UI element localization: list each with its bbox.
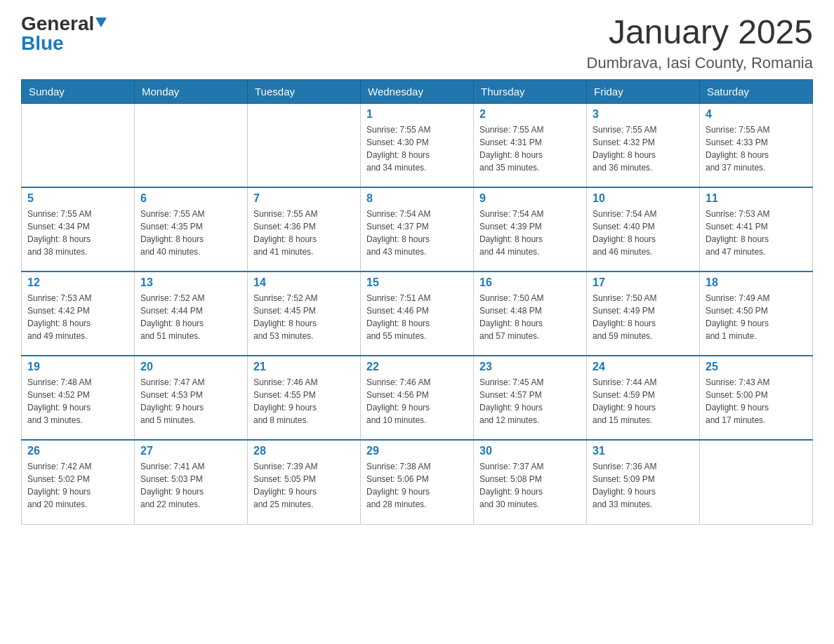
day-number: 24	[593, 361, 694, 373]
day-info: Sunrise: 7:37 AMSunset: 5:08 PMDaylight:…	[479, 460, 581, 511]
day-number: 31	[593, 445, 694, 457]
calendar-cell: 23Sunrise: 7:45 AMSunset: 4:57 PMDayligh…	[474, 356, 587, 440]
day-info: Sunrise: 7:48 AMSunset: 4:52 PMDaylight:…	[27, 376, 128, 427]
calendar-cell: 8Sunrise: 7:54 AMSunset: 4:37 PMDaylight…	[361, 187, 474, 271]
calendar-cell	[700, 440, 813, 524]
day-number: 20	[140, 361, 241, 373]
weekday-header-saturday: Saturday	[700, 79, 813, 103]
month-title: January 2025	[587, 14, 813, 51]
day-number: 14	[253, 276, 355, 289]
calendar-cell: 26Sunrise: 7:42 AMSunset: 5:02 PMDayligh…	[22, 440, 135, 524]
day-info: Sunrise: 7:55 AMSunset: 4:34 PMDaylight:…	[27, 208, 128, 258]
calendar-cell: 4Sunrise: 7:55 AMSunset: 4:33 PMDaylight…	[700, 103, 813, 187]
day-info: Sunrise: 7:55 AMSunset: 4:32 PMDaylight:…	[593, 123, 694, 174]
day-info: Sunrise: 7:50 AMSunset: 4:49 PMDaylight:…	[593, 292, 694, 342]
calendar-cell: 20Sunrise: 7:47 AMSunset: 4:53 PMDayligh…	[135, 356, 248, 440]
day-number: 17	[593, 276, 694, 289]
calendar-cell: 6Sunrise: 7:55 AMSunset: 4:35 PMDaylight…	[135, 187, 248, 271]
day-info: Sunrise: 7:54 AMSunset: 4:39 PMDaylight:…	[479, 208, 581, 258]
logo-triangle-icon	[95, 18, 107, 27]
calendar-week-row: 19Sunrise: 7:48 AMSunset: 4:52 PMDayligh…	[22, 356, 813, 440]
day-info: Sunrise: 7:53 AMSunset: 4:41 PMDaylight:…	[706, 208, 807, 258]
calendar-cell: 28Sunrise: 7:39 AMSunset: 5:05 PMDayligh…	[248, 440, 361, 524]
calendar-cell: 22Sunrise: 7:46 AMSunset: 4:56 PMDayligh…	[361, 356, 474, 440]
calendar-cell	[22, 103, 135, 187]
title-area: January 2025 Dumbrava, Iasi County, Roma…	[587, 14, 813, 72]
calendar-cell: 18Sunrise: 7:49 AMSunset: 4:50 PMDayligh…	[700, 271, 813, 356]
day-info: Sunrise: 7:55 AMSunset: 4:30 PMDaylight:…	[366, 123, 468, 174]
day-number: 25	[706, 361, 807, 373]
calendar-cell: 2Sunrise: 7:55 AMSunset: 4:31 PMDaylight…	[474, 103, 587, 187]
header: General Blue January 2025 Dumbrava, Iasi…	[21, 14, 813, 72]
day-info: Sunrise: 7:52 AMSunset: 4:45 PMDaylight:…	[253, 292, 355, 342]
day-info: Sunrise: 7:49 AMSunset: 4:50 PMDaylight:…	[706, 292, 807, 342]
weekday-header-row: SundayMondayTuesdayWednesdayThursdayFrid…	[22, 79, 813, 103]
day-number: 15	[366, 276, 468, 289]
day-number: 27	[140, 445, 241, 457]
day-info: Sunrise: 7:39 AMSunset: 5:05 PMDaylight:…	[253, 460, 355, 511]
day-info: Sunrise: 7:46 AMSunset: 4:56 PMDaylight:…	[366, 376, 468, 427]
logo-general-text: General	[21, 14, 94, 34]
calendar-cell: 13Sunrise: 7:52 AMSunset: 4:44 PMDayligh…	[135, 271, 248, 356]
calendar-cell: 19Sunrise: 7:48 AMSunset: 4:52 PMDayligh…	[22, 356, 135, 440]
day-number: 13	[140, 276, 241, 289]
calendar-table: SundayMondayTuesdayWednesdayThursdayFrid…	[21, 79, 813, 525]
calendar-cell: 7Sunrise: 7:55 AMSunset: 4:36 PMDaylight…	[248, 187, 361, 271]
day-info: Sunrise: 7:51 AMSunset: 4:46 PMDaylight:…	[366, 292, 468, 342]
day-number: 30	[479, 445, 581, 457]
calendar-week-row: 12Sunrise: 7:53 AMSunset: 4:42 PMDayligh…	[22, 271, 813, 356]
day-info: Sunrise: 7:52 AMSunset: 4:44 PMDaylight:…	[140, 292, 241, 342]
weekday-header-monday: Monday	[135, 79, 248, 103]
logo: General Blue	[21, 14, 107, 53]
calendar-week-row: 5Sunrise: 7:55 AMSunset: 4:34 PMDaylight…	[22, 187, 813, 271]
day-number: 19	[27, 361, 128, 373]
calendar-cell: 25Sunrise: 7:43 AMSunset: 5:00 PMDayligh…	[700, 356, 813, 440]
calendar-cell: 16Sunrise: 7:50 AMSunset: 4:48 PMDayligh…	[474, 271, 587, 356]
calendar-cell: 1Sunrise: 7:55 AMSunset: 4:30 PMDaylight…	[361, 103, 474, 187]
day-number: 26	[27, 445, 128, 457]
calendar-cell: 24Sunrise: 7:44 AMSunset: 4:59 PMDayligh…	[587, 356, 700, 440]
day-number: 21	[253, 361, 355, 373]
day-number: 10	[593, 192, 694, 205]
day-number: 7	[253, 192, 355, 205]
calendar-cell: 12Sunrise: 7:53 AMSunset: 4:42 PMDayligh…	[22, 271, 135, 356]
weekday-header-thursday: Thursday	[474, 79, 587, 103]
day-number: 6	[140, 192, 241, 205]
weekday-header-sunday: Sunday	[22, 79, 135, 103]
location-title: Dumbrava, Iasi County, Romania	[587, 54, 813, 72]
calendar-cell: 30Sunrise: 7:37 AMSunset: 5:08 PMDayligh…	[474, 440, 587, 524]
calendar-week-row: 26Sunrise: 7:42 AMSunset: 5:02 PMDayligh…	[22, 440, 813, 524]
day-number: 16	[479, 276, 581, 289]
day-info: Sunrise: 7:42 AMSunset: 5:02 PMDaylight:…	[27, 460, 128, 511]
day-info: Sunrise: 7:41 AMSunset: 5:03 PMDaylight:…	[140, 460, 241, 511]
day-number: 5	[27, 192, 128, 205]
calendar-cell: 27Sunrise: 7:41 AMSunset: 5:03 PMDayligh…	[135, 440, 248, 524]
calendar-cell: 5Sunrise: 7:55 AMSunset: 4:34 PMDaylight…	[22, 187, 135, 271]
calendar-cell: 11Sunrise: 7:53 AMSunset: 4:41 PMDayligh…	[700, 187, 813, 271]
day-info: Sunrise: 7:53 AMSunset: 4:42 PMDaylight:…	[27, 292, 128, 342]
calendar-cell: 10Sunrise: 7:54 AMSunset: 4:40 PMDayligh…	[587, 187, 700, 271]
day-number: 1	[366, 108, 468, 121]
day-info: Sunrise: 7:54 AMSunset: 4:40 PMDaylight:…	[593, 208, 694, 258]
day-number: 4	[706, 108, 807, 121]
day-info: Sunrise: 7:45 AMSunset: 4:57 PMDaylight:…	[479, 376, 581, 427]
day-number: 22	[366, 361, 468, 373]
day-number: 2	[479, 108, 581, 121]
day-number: 11	[706, 192, 807, 205]
day-info: Sunrise: 7:43 AMSunset: 5:00 PMDaylight:…	[706, 376, 807, 427]
day-info: Sunrise: 7:54 AMSunset: 4:37 PMDaylight:…	[366, 208, 468, 258]
calendar-cell: 21Sunrise: 7:46 AMSunset: 4:55 PMDayligh…	[248, 356, 361, 440]
calendar-cell	[248, 103, 361, 187]
day-number: 3	[593, 108, 694, 121]
calendar-cell: 15Sunrise: 7:51 AMSunset: 4:46 PMDayligh…	[361, 271, 474, 356]
day-info: Sunrise: 7:55 AMSunset: 4:35 PMDaylight:…	[140, 208, 241, 258]
day-info: Sunrise: 7:46 AMSunset: 4:55 PMDaylight:…	[253, 376, 355, 427]
day-number: 9	[479, 192, 581, 205]
day-number: 8	[366, 192, 468, 205]
day-number: 23	[479, 361, 581, 373]
day-number: 12	[27, 276, 128, 289]
logo-blue-text: Blue	[21, 34, 64, 53]
day-info: Sunrise: 7:55 AMSunset: 4:31 PMDaylight:…	[479, 123, 581, 174]
day-number: 18	[706, 276, 807, 289]
day-number: 28	[253, 445, 355, 457]
